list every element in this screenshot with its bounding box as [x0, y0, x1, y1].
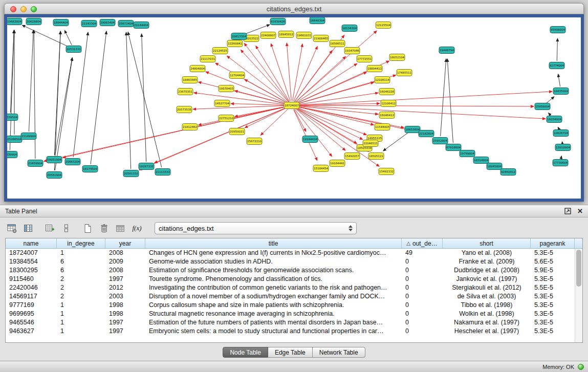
graph-node[interactable]: 20531331: [66, 46, 81, 53]
network-window-titlebar[interactable]: citations_edges.txt: [4, 3, 584, 14]
graph-node[interactable]: 18314804: [473, 157, 489, 164]
graph-node[interactable]: 95908004: [550, 27, 565, 33]
graph-node[interactable]: 20950021: [229, 128, 245, 135]
graph-node[interactable]: 20561904: [47, 172, 62, 179]
graph-node[interactable]: 22751210: [219, 115, 234, 122]
graph-node[interactable]: 25672210: [247, 138, 262, 145]
graph-node[interactable]: 19448794: [439, 47, 454, 54]
table-row[interactable]: 2242004622012Investigating the contribut…: [6, 283, 575, 292]
graph-node[interactable]: 14527704: [214, 100, 230, 107]
graph-node[interactable]: 18945812: [278, 31, 294, 38]
graph-node[interactable]: 19184441: [330, 160, 345, 167]
float-panel-icon[interactable]: [564, 208, 571, 214]
graph-node[interactable]: 20561332: [123, 170, 139, 177]
column-header-out-de-[interactable]: △out_de…: [402, 238, 443, 248]
graph-node[interactable]: 18174504: [82, 166, 98, 172]
graph-node[interactable]: 18463465: [182, 77, 198, 83]
graph-node[interactable]: 19578403: [219, 85, 234, 92]
graph-node[interactable]: 25266504: [7, 136, 22, 143]
graph-node[interactable]: 20813304: [231, 33, 247, 40]
graph-node[interactable]: 18045804: [487, 163, 502, 170]
graph-node[interactable]: 16034004: [547, 116, 562, 123]
close-window-button[interactable]: [10, 6, 16, 12]
graph-node[interactable]: 19347046: [344, 48, 360, 54]
column-header-year[interactable]: year: [105, 238, 145, 248]
graph-node[interactable]: 18052104: [389, 54, 405, 61]
graph-node[interactable]: 18134304: [342, 25, 357, 32]
table-row[interactable]: 977716911998Corpus callosum shape and si…: [6, 301, 575, 310]
graph-node[interactable]: 20663204: [65, 159, 80, 165]
graph-node[interactable]: 10626704: [553, 130, 569, 137]
graph-node[interactable]: 19661031: [296, 32, 312, 39]
column-header-short[interactable]: short: [443, 238, 531, 248]
graph-node[interactable]: 21812462: [182, 124, 198, 130]
graph-node[interactable]: 18724007: [284, 102, 299, 109]
graph-node[interactable]: 12704404: [229, 72, 245, 79]
column-header-in-degree[interactable]: in_degree: [57, 238, 105, 248]
graph-node[interactable]: 67918804: [446, 144, 461, 151]
tab-network-table[interactable]: Network Table: [313, 347, 365, 358]
graph-node[interactable]: 22260841: [227, 40, 243, 47]
delete-column-button[interactable]: [97, 222, 111, 235]
graph-node[interactable]: 19799804: [460, 150, 475, 157]
graph-node[interactable]: 21143304: [81, 20, 97, 27]
graph-node[interactable]: 16648304: [310, 17, 325, 24]
tab-node-table[interactable]: Node Table: [223, 347, 268, 358]
function-builder-button[interactable]: f(x): [130, 222, 144, 235]
graph-node[interactable]: 12010904: [555, 144, 571, 151]
graph-node[interactable]: 15958004: [535, 103, 550, 110]
column-header-title[interactable]: title: [145, 238, 402, 248]
graph-node[interactable]: 18287332: [139, 163, 154, 170]
graph-node[interactable]: 17772551: [357, 56, 372, 62]
scrollbar-thumb[interactable]: [576, 250, 581, 287]
graph-node[interactable]: 20144404: [134, 22, 149, 29]
table-row[interactable]: 911546021997Tourette syndrome. Phenomeno…: [6, 275, 575, 283]
table-row[interactable]: 1872400712008Changes of HCN gene express…: [6, 249, 575, 257]
graph-node[interactable]: 23675351: [178, 89, 193, 95]
table-row[interactable]: 969969511998Structural magnetic resonanc…: [6, 310, 575, 318]
tab-edge-table[interactable]: Edge Table: [268, 347, 313, 358]
graph-node[interactable]: 18894412: [367, 65, 382, 72]
graph-node[interactable]: 25673404: [118, 20, 134, 27]
graph-node[interactable]: 21149904: [21, 133, 36, 140]
graph-node[interactable]: 19184434: [302, 136, 318, 143]
graph-node[interactable]: 19083404: [100, 19, 115, 26]
graph-node[interactable]: 24804804: [190, 65, 205, 72]
graph-node[interactable]: 92450412: [500, 169, 516, 176]
minimize-window-button[interactable]: [20, 6, 27, 12]
graph-node[interactable]: 20628804: [26, 18, 41, 25]
graph-node[interactable]: 18653804: [405, 126, 420, 133]
graph-node[interactable]: 18505121: [368, 153, 384, 160]
graph-node[interactable]: 59051904: [47, 157, 62, 163]
graph-node[interactable]: 11544905: [375, 124, 390, 130]
row-height-button[interactable]: [59, 222, 73, 235]
graph-node[interactable]: 21113332: [155, 169, 170, 176]
graph-node[interactable]: 82774004: [549, 62, 564, 69]
table-scrollbar[interactable]: [575, 249, 582, 342]
graph-node[interactable]: 22182804: [419, 130, 434, 137]
graph-node[interactable]: 16046412: [379, 112, 395, 119]
table-row[interactable]: 1830029562008Estimation of significance …: [6, 266, 575, 275]
close-panel-icon[interactable]: ✕: [577, 208, 583, 214]
graph-node[interactable]: 18944404: [53, 19, 69, 26]
graph-node[interactable]: 17485511: [397, 70, 412, 76]
graph-node[interactable]: 20573535: [177, 106, 192, 113]
graph-node[interactable]: 22046511: [363, 140, 378, 147]
table-row[interactable]: 1938455462009Genome-wide association stu…: [6, 257, 575, 266]
create-column-button[interactable]: [43, 222, 57, 235]
graph-node[interactable]: 15184454: [313, 165, 329, 172]
graph-node[interactable]: 15492332: [379, 168, 394, 175]
graph-node[interactable]: 12106114: [375, 77, 390, 83]
graph-node[interactable]: 22408807: [260, 32, 276, 39]
zoom-window-button[interactable]: [31, 6, 37, 12]
graph-node[interactable]: 16046226: [379, 89, 395, 95]
graph-node[interactable]: 21117031: [200, 56, 215, 62]
graph-svg[interactable]: 1872400721812462205735352367535118463465…: [7, 17, 581, 199]
graph-node[interactable]: 12125504: [376, 22, 391, 29]
table-panel-header[interactable]: Table Panel ✕: [0, 205, 588, 217]
graph-node[interactable]: 19339504: [7, 114, 18, 121]
table-mode-button[interactable]: [5, 222, 19, 235]
table-row[interactable]: 1456911722003Disruption of a novel membe…: [6, 292, 575, 301]
graph-node[interactable]: 81830426: [270, 18, 286, 25]
column-header-pagerank[interactable]: pagerank: [531, 238, 575, 248]
